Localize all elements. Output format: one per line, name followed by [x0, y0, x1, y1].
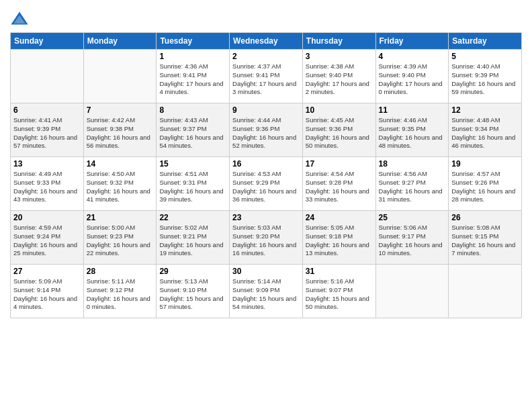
day-cell: 27Sunrise: 5:09 AM Sunset: 9:14 PM Dayli…	[11, 265, 84, 318]
day-info: Sunrise: 4:54 AM Sunset: 9:28 PM Dayligh…	[306, 170, 373, 204]
day-info: Sunrise: 4:44 AM Sunset: 9:36 PM Dayligh…	[232, 116, 300, 150]
day-number: 5	[451, 52, 519, 61]
day-cell	[449, 265, 522, 318]
day-cell: 28Sunrise: 5:11 AM Sunset: 9:12 PM Dayli…	[83, 265, 157, 318]
day-info: Sunrise: 5:11 AM Sunset: 9:12 PM Dayligh…	[87, 277, 154, 312]
week-row-5: 27Sunrise: 5:09 AM Sunset: 9:14 PM Dayli…	[11, 265, 522, 318]
day-info: Sunrise: 5:03 AM Sunset: 9:20 PM Dayligh…	[232, 224, 300, 258]
day-number: 7	[87, 105, 154, 115]
day-cell: 19Sunrise: 4:57 AM Sunset: 9:26 PM Dayli…	[449, 157, 522, 211]
day-info: Sunrise: 4:51 AM Sunset: 9:31 PM Dayligh…	[159, 170, 226, 204]
day-info: Sunrise: 4:36 AM Sunset: 9:41 PM Dayligh…	[159, 62, 226, 97]
day-info: Sunrise: 5:06 AM Sunset: 9:17 PM Dayligh…	[379, 224, 446, 258]
day-info: Sunrise: 4:45 AM Sunset: 9:36 PM Dayligh…	[306, 116, 373, 150]
day-cell: 22Sunrise: 5:02 AM Sunset: 9:21 PM Dayli…	[157, 211, 230, 265]
day-number: 4	[379, 52, 446, 61]
weekday-header-monday: Monday	[83, 33, 157, 50]
week-row-2: 6Sunrise: 4:41 AM Sunset: 9:39 PM Daylig…	[11, 103, 522, 157]
header	[10, 7, 522, 28]
day-number: 8	[159, 105, 226, 115]
day-info: Sunrise: 4:40 AM Sunset: 9:39 PM Dayligh…	[451, 62, 519, 97]
day-number: 24	[306, 213, 373, 222]
day-info: Sunrise: 5:08 AM Sunset: 9:15 PM Dayligh…	[451, 224, 519, 258]
day-info: Sunrise: 4:39 AM Sunset: 9:40 PM Dayligh…	[379, 62, 446, 97]
day-number: 30	[232, 267, 300, 276]
day-cell: 23Sunrise: 5:03 AM Sunset: 9:20 PM Dayli…	[230, 211, 303, 265]
weekday-header-thursday: Thursday	[302, 33, 375, 50]
day-number: 23	[232, 213, 300, 222]
day-cell: 5Sunrise: 4:40 AM Sunset: 9:39 PM Daylig…	[449, 50, 522, 103]
day-number: 18	[379, 159, 446, 169]
day-cell: 16Sunrise: 4:53 AM Sunset: 9:29 PM Dayli…	[230, 157, 303, 211]
weekday-header-row: SundayMondayTuesdayWednesdayThursdayFrid…	[11, 33, 522, 50]
day-number: 14	[87, 159, 154, 169]
weekday-header-saturday: Saturday	[449, 33, 522, 50]
day-cell: 9Sunrise: 4:44 AM Sunset: 9:36 PM Daylig…	[230, 103, 303, 157]
day-cell: 10Sunrise: 4:45 AM Sunset: 9:36 PM Dayli…	[302, 103, 375, 157]
week-row-3: 13Sunrise: 4:49 AM Sunset: 9:33 PM Dayli…	[11, 157, 522, 211]
day-cell: 3Sunrise: 4:38 AM Sunset: 9:40 PM Daylig…	[302, 50, 375, 103]
day-cell	[11, 50, 84, 103]
day-cell: 4Sunrise: 4:39 AM Sunset: 9:40 PM Daylig…	[375, 50, 449, 103]
day-number: 25	[379, 213, 446, 222]
day-info: Sunrise: 4:59 AM Sunset: 9:24 PM Dayligh…	[13, 224, 81, 258]
day-info: Sunrise: 4:46 AM Sunset: 9:35 PM Dayligh…	[379, 116, 446, 150]
day-cell: 29Sunrise: 5:13 AM Sunset: 9:10 PM Dayli…	[157, 265, 230, 318]
day-number: 20	[13, 213, 81, 222]
day-cell: 18Sunrise: 4:56 AM Sunset: 9:27 PM Dayli…	[375, 157, 449, 211]
day-cell: 21Sunrise: 5:00 AM Sunset: 9:23 PM Dayli…	[83, 211, 157, 265]
day-info: Sunrise: 4:43 AM Sunset: 9:37 PM Dayligh…	[159, 116, 226, 150]
day-cell: 15Sunrise: 4:51 AM Sunset: 9:31 PM Dayli…	[157, 157, 230, 211]
day-number: 3	[306, 52, 373, 61]
logo-icon	[10, 9, 29, 28]
day-cell: 6Sunrise: 4:41 AM Sunset: 9:39 PM Daylig…	[11, 103, 84, 157]
weekday-header-wednesday: Wednesday	[230, 33, 303, 50]
weekday-header-sunday: Sunday	[11, 33, 84, 50]
day-info: Sunrise: 5:14 AM Sunset: 9:09 PM Dayligh…	[232, 277, 300, 312]
day-number: 15	[159, 159, 226, 169]
day-cell: 13Sunrise: 4:49 AM Sunset: 9:33 PM Dayli…	[11, 157, 84, 211]
day-number: 10	[306, 105, 373, 115]
day-info: Sunrise: 4:50 AM Sunset: 9:32 PM Dayligh…	[87, 170, 154, 204]
day-info: Sunrise: 4:42 AM Sunset: 9:38 PM Dayligh…	[87, 116, 154, 150]
day-cell: 25Sunrise: 5:06 AM Sunset: 9:17 PM Dayli…	[375, 211, 449, 265]
day-number: 28	[87, 267, 154, 276]
day-info: Sunrise: 5:05 AM Sunset: 9:18 PM Dayligh…	[306, 224, 373, 258]
day-cell: 17Sunrise: 4:54 AM Sunset: 9:28 PM Dayli…	[302, 157, 375, 211]
day-number: 26	[451, 213, 519, 222]
day-cell: 30Sunrise: 5:14 AM Sunset: 9:09 PM Dayli…	[230, 265, 303, 318]
day-number: 29	[159, 267, 226, 276]
day-number: 1	[159, 52, 226, 61]
day-info: Sunrise: 4:57 AM Sunset: 9:26 PM Dayligh…	[451, 170, 519, 204]
day-cell: 11Sunrise: 4:46 AM Sunset: 9:35 PM Dayli…	[375, 103, 449, 157]
day-number: 19	[451, 159, 519, 169]
day-info: Sunrise: 5:02 AM Sunset: 9:21 PM Dayligh…	[159, 224, 226, 258]
day-number: 31	[306, 267, 373, 276]
day-info: Sunrise: 4:41 AM Sunset: 9:39 PM Dayligh…	[13, 116, 81, 150]
day-number: 6	[13, 105, 81, 115]
weekday-header-friday: Friday	[375, 33, 449, 50]
day-number: 17	[306, 159, 373, 169]
logo	[10, 9, 30, 28]
day-cell: 24Sunrise: 5:05 AM Sunset: 9:18 PM Dayli…	[302, 211, 375, 265]
day-number: 11	[379, 105, 446, 115]
day-cell: 1Sunrise: 4:36 AM Sunset: 9:41 PM Daylig…	[157, 50, 230, 103]
day-cell	[83, 50, 157, 103]
day-info: Sunrise: 4:48 AM Sunset: 9:34 PM Dayligh…	[451, 116, 519, 150]
day-info: Sunrise: 5:00 AM Sunset: 9:23 PM Dayligh…	[87, 224, 154, 258]
day-number: 21	[87, 213, 154, 222]
page: SundayMondayTuesdayWednesdayThursdayFrid…	[0, 0, 532, 411]
day-info: Sunrise: 4:49 AM Sunset: 9:33 PM Dayligh…	[13, 170, 81, 204]
day-info: Sunrise: 5:16 AM Sunset: 9:07 PM Dayligh…	[306, 277, 373, 312]
day-cell: 20Sunrise: 4:59 AM Sunset: 9:24 PM Dayli…	[11, 211, 84, 265]
day-number: 9	[232, 105, 300, 115]
day-info: Sunrise: 4:56 AM Sunset: 9:27 PM Dayligh…	[379, 170, 446, 204]
day-number: 22	[159, 213, 226, 222]
day-number: 13	[13, 159, 81, 169]
day-cell: 12Sunrise: 4:48 AM Sunset: 9:34 PM Dayli…	[449, 103, 522, 157]
day-cell: 31Sunrise: 5:16 AM Sunset: 9:07 PM Dayli…	[302, 265, 375, 318]
day-cell	[375, 265, 449, 318]
day-cell: 8Sunrise: 4:43 AM Sunset: 9:37 PM Daylig…	[157, 103, 230, 157]
weekday-header-tuesday: Tuesday	[157, 33, 230, 50]
day-number: 12	[451, 105, 519, 115]
